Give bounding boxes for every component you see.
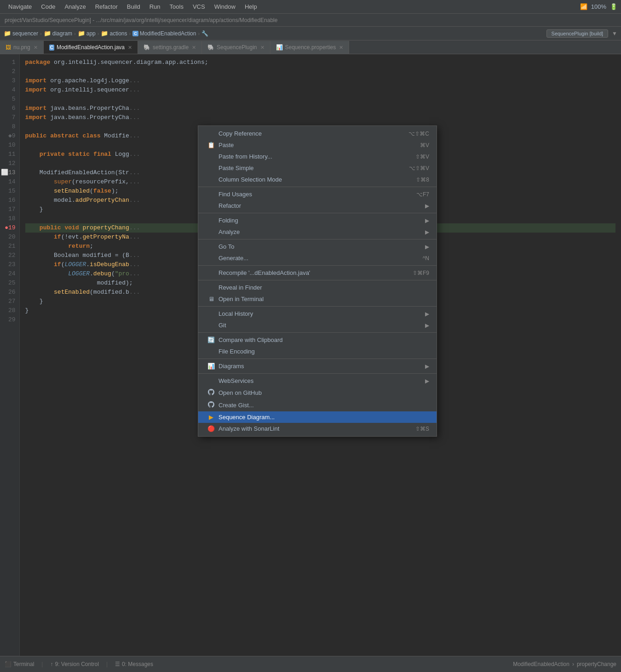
ctx-compare-clipboard[interactable]: 🔄 Compare with Clipboard [198,334,437,346]
ctx-label-generate: Generate... [218,255,248,262]
tab-label-gradle: settings.gradle [153,44,189,51]
ctx-label-recompile: Recompile '...dEnabledAction.java' [218,269,310,276]
ctx-analyze-sonar[interactable]: 🔴 Analyze with SonarLint ⇧⌘S [198,423,437,434]
tab-sequence-props[interactable]: 📊 Sequence.properties ✕ [270,41,350,54]
code-line-5 [25,95,615,104]
ctx-sep-2 [198,213,437,213]
code-line-2 [25,67,615,76]
path-bar: project/VanStudio/SequencePlugin] - .../… [0,14,621,27]
menu-analyze[interactable]: Analyze [60,1,90,12]
ctx-label-paste-simple: Paste Simple [218,165,254,171]
menu-refactor[interactable]: Refactor [91,1,122,12]
tab-icon-gradle: 🐘 [144,44,150,51]
code-line-3: import org.apache.log4j.Logge... [25,76,615,85]
dropdown-icon[interactable]: ▼ [612,30,617,37]
ctx-sep-8 [198,359,437,359]
breadcrumb-label-diagram: diagram [52,30,72,37]
tab-icon-nu: 🖼 [6,44,11,51]
ctx-git[interactable]: Git ▶ [198,319,437,331]
status-messages[interactable]: ☰ 0: Messages [115,661,153,667]
breadcrumb-app[interactable]: 📁 app [78,30,96,37]
breadcrumb-actions[interactable]: 📁 actions [101,30,127,37]
goto-arrow: ▶ [425,244,429,250]
menu-run[interactable]: Run [145,1,165,12]
ctx-sequence-diagram[interactable]: ▶ Sequence Diagram... [198,411,437,423]
status-bar: ⬛ Terminal | ↑ 9: Version Control | ☰ 0:… [0,656,621,672]
code-line-4: import org.intellij.sequencer... [25,85,615,95]
tabs-bar: 🖼 nu.png ✕ C ModifiedEnabledAction.java … [0,40,621,54]
vc-label: 9: Version Control [55,661,98,667]
ctx-diagrams[interactable]: 📊 Diagrams ▶ [198,360,437,372]
status-version-control[interactable]: ↑ 9: Version Control [50,661,98,667]
line-num-27: 27 [0,297,19,306]
ctx-find-usages[interactable]: Find Usages ⌥F7 [198,188,437,200]
breadcrumb-class[interactable]: C ModifiedEnabledAction [132,30,196,37]
ctx-sep-4 [198,265,437,266]
line-num-1: 1 [0,58,19,67]
create-gist-icon [207,401,215,409]
build-button[interactable]: SequencePlugin [build] [546,29,609,38]
folding-arrow: ▶ [425,217,429,224]
ctx-paste-history[interactable]: Paste from History... ⇧⌘V [198,151,437,162]
ctx-copy-reference[interactable]: Copy Reference ⌥⇧⌘C [198,128,437,139]
tab-close-nu[interactable]: ✕ [34,45,38,51]
line-num-2: 2 [0,67,19,76]
line-num-17: 17 [0,205,19,214]
tab-settings-gradle[interactable]: 🐘 settings.gradle ✕ [138,41,202,54]
tab-modified-action[interactable]: C ModifiedEnabledAction.java ✕ [44,41,138,54]
diagrams-arrow: ▶ [425,363,429,370]
menu-code[interactable]: Code [36,1,60,12]
menu-help[interactable]: Help [240,1,262,12]
ctx-webservices[interactable]: WebServices ▶ [198,375,437,387]
tab-nu-png[interactable]: 🖼 nu.png ✕ [0,41,44,54]
line-num-8: 8 [0,122,19,131]
ctx-refactor[interactable]: Refactor ▶ [198,200,437,211]
menu-build[interactable]: Build [122,1,145,12]
menu-vcs[interactable]: VCS [188,1,210,12]
ctx-label-find-usages: Find Usages [218,191,252,198]
tab-close-plugin[interactable]: ✕ [260,45,264,51]
status-terminal[interactable]: ⬛ Terminal [5,661,34,667]
menu-navigate[interactable]: Navigate [4,1,36,12]
ctx-analyze[interactable]: Analyze ▶ [198,226,437,238]
breadcrumb-sep-1: › [40,31,42,36]
menu-tools[interactable]: Tools [165,1,188,12]
ctx-open-github[interactable]: Open on GitHub [198,387,437,399]
ctx-folding[interactable]: Folding ▶ [198,215,437,226]
ctx-recompile[interactable]: Recompile '...dEnabledAction.java' ⇧⌘F9 [198,267,437,279]
ctx-file-encoding[interactable]: File Encoding [198,346,437,357]
tab-close-gradle[interactable]: ✕ [192,45,196,51]
ctx-reveal-finder[interactable]: Reveal in Finder [198,282,437,293]
ctx-paste[interactable]: 📋 Paste ⌘V [198,139,437,151]
ctx-label-paste-history: Paste from History... [218,153,272,160]
line-num-16: 16 [0,196,19,205]
folder-icon-1: 📁 [4,30,11,37]
ctx-label-sequence-diagram: Sequence Diagram... [218,414,275,421]
breadcrumb-bar: 📁 sequencer › 📁 diagram › 📁 app › 📁 acti… [0,27,621,40]
breadcrumb-sequencer[interactable]: 📁 sequencer [4,30,38,37]
line-num-7: 7 [0,113,19,122]
ctx-label-create-gist: Create Gist... [218,402,254,409]
menu-window[interactable]: Window [210,1,240,12]
ctx-goto[interactable]: Go To ▶ [198,241,437,252]
line-num-9: ◆9 [0,131,19,141]
tab-sequence-plugin[interactable]: 🐘 SequencePlugin ✕ [202,41,270,54]
line-num-5: 5 [0,95,19,104]
battery-icon: 🔋 [610,3,617,10]
ctx-local-history[interactable]: Local History ▶ [198,308,437,319]
ctx-paste-simple[interactable]: Paste Simple ⌥⇧⌘V [198,162,437,174]
ctx-generate[interactable]: Generate... ^N [198,252,437,264]
code-line-6: import java.beans.PropertyCha... [25,104,615,113]
folder-icon-3: 📁 [78,30,85,37]
ctx-create-gist[interactable]: Create Gist... [198,399,437,411]
ctx-open-terminal[interactable]: 🖥 Open in Terminal [198,293,437,305]
tab-close-props[interactable]: ✕ [339,45,343,51]
ctx-label-file-encoding: File Encoding [218,348,255,355]
ctx-column-selection[interactable]: Column Selection Mode ⇧⌘8 [198,174,437,185]
line-num-24: 24 [0,269,19,279]
line-num-18: 18 [0,214,19,223]
ctx-shortcut-paste-simple: ⌥⇧⌘V [409,165,429,171]
line-num-20: 20 [0,233,19,242]
breadcrumb-diagram[interactable]: 📁 diagram [44,30,72,37]
tab-close-java[interactable]: ✕ [128,45,132,51]
